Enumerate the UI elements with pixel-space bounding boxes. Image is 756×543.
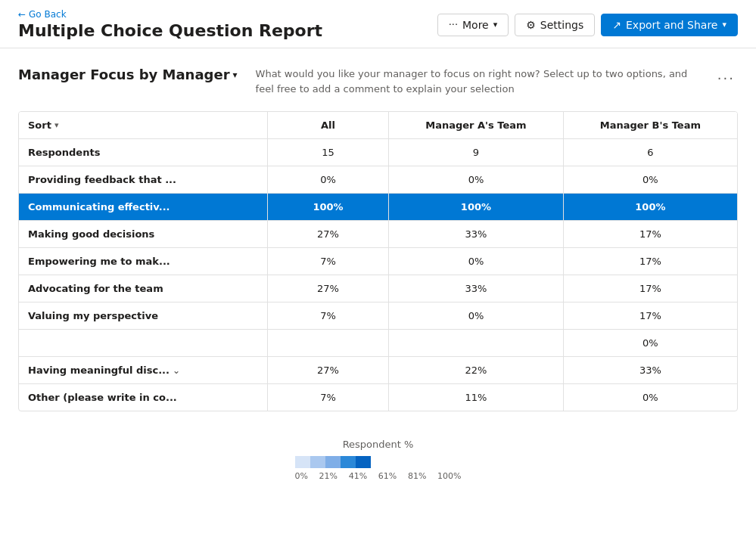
row-team-b-value: 0% xyxy=(563,384,737,411)
data-table: Sort ▾ All Manager A's Team Manager B's … xyxy=(19,112,737,411)
row-team-b-value: 6 xyxy=(563,139,737,166)
row-label: Respondents xyxy=(19,139,267,166)
table-row: Advocating for the team27%33%17% xyxy=(19,275,737,303)
row-label: Making good decisions xyxy=(19,221,267,248)
legend-segment xyxy=(356,456,371,468)
section-description: What would you like your manager to focu… xyxy=(256,67,696,96)
sort-label: Sort xyxy=(28,119,51,131)
table-row: Respondents1596 xyxy=(19,139,737,166)
legend-bar xyxy=(295,456,462,468)
row-all-value: 27% xyxy=(267,221,388,248)
legend-tick: 0% xyxy=(295,471,308,481)
header-left: ← Go Back Multiple Choice Question Repor… xyxy=(18,9,322,40)
more-label: More xyxy=(462,19,489,31)
row-team-b-value: 33% xyxy=(563,357,737,384)
row-team-b-value: 17% xyxy=(563,275,737,303)
settings-icon: ⚙ xyxy=(526,19,536,31)
row-label: Advocating for the team xyxy=(19,275,267,303)
row-all-value: 27% xyxy=(267,357,388,384)
row-label: Valuing my perspective xyxy=(19,303,267,330)
legend-bar-container xyxy=(295,456,462,468)
chevron-down-icon: ▾ xyxy=(722,20,726,29)
row-all-value: 7% xyxy=(267,303,388,330)
legend-ticks: 0%21%41%61%81%100% xyxy=(295,471,462,481)
row-team-a-value: 0% xyxy=(389,166,564,194)
chevron-down-icon: ▾ xyxy=(493,20,498,29)
back-label: Go Back xyxy=(29,9,67,20)
header: ← Go Back Multiple Choice Question Repor… xyxy=(0,0,756,48)
table-row: Making good decisions27%33%17% xyxy=(19,221,737,248)
row-team-a-value: 9 xyxy=(389,139,564,166)
section-title-caret-icon: ▾ xyxy=(233,70,238,80)
row-all-value: 27% xyxy=(267,275,388,303)
legend-segment xyxy=(325,456,341,468)
ghost-team-b-value: 0% xyxy=(563,330,737,357)
export-label: Export and Share xyxy=(626,19,717,31)
row-team-a-value: 33% xyxy=(389,221,564,248)
table-row: Other (please write in co...7%11%0% xyxy=(19,384,737,411)
row-team-a-value: 0% xyxy=(389,248,564,275)
section-title-text: Manager Focus by Manager xyxy=(18,67,230,82)
team-b-column-header: Manager B's Team xyxy=(563,112,737,139)
sort-column-header[interactable]: Sort ▾ xyxy=(19,112,267,139)
section-title-area: Manager Focus by Manager ▾ xyxy=(18,67,238,82)
section-more-button[interactable]: ... xyxy=(714,67,738,82)
ghost-label xyxy=(19,330,267,357)
row-team-b-value: 100% xyxy=(563,194,737,221)
legend-segment xyxy=(310,456,325,468)
row-all-value: 15 xyxy=(267,139,388,166)
table-row: Having meaningful disc...⌄27%22%33% xyxy=(19,357,737,384)
row-label[interactable]: Providing feedback that ... xyxy=(19,166,267,194)
legend-area: Respondent % 0%21%41%61%81%100% xyxy=(18,427,738,481)
legend-segment xyxy=(295,456,310,468)
row-label[interactable]: Communicating effectiv... xyxy=(19,194,267,221)
table-row: Valuing my perspective7%0%17% xyxy=(19,303,737,330)
page: ← Go Back Multiple Choice Question Repor… xyxy=(0,0,756,543)
table-row: Empowering me to mak...7%0%17% xyxy=(19,248,737,275)
settings-button[interactable]: ⚙ Settings xyxy=(515,14,595,36)
legend-tick: 100% xyxy=(437,471,461,481)
legend-tick: 81% xyxy=(408,471,426,481)
ghost-team-a-value xyxy=(389,330,564,357)
export-button[interactable]: ↗ Export and Share ▾ xyxy=(601,14,738,36)
row-label[interactable]: Empowering me to mak... xyxy=(19,248,267,275)
back-link[interactable]: ← Go Back xyxy=(18,9,322,20)
header-actions: ··· More ▾ ⚙ Settings ↗ Export and Share… xyxy=(437,14,738,36)
row-team-b-value: 17% xyxy=(563,248,737,275)
row-all-value: 7% xyxy=(267,248,388,275)
more-dots-icon: ··· xyxy=(449,19,458,30)
legend-tick: 41% xyxy=(349,471,367,481)
table-row: Communicating effectiv...100%100%100% xyxy=(19,194,737,221)
row-label[interactable]: Having meaningful disc...⌄ xyxy=(19,357,267,384)
expand-icon: ⌄ xyxy=(173,365,180,376)
legend-tick: 61% xyxy=(378,471,397,481)
sort-chevron-icon: ▾ xyxy=(54,120,59,130)
settings-label: Settings xyxy=(540,19,583,31)
row-team-a-value: 100% xyxy=(389,194,564,221)
back-arrow-icon: ← xyxy=(18,9,26,20)
team-a-column-header: Manager A's Team xyxy=(389,112,564,139)
label-with-expand[interactable]: Having meaningful disc...⌄ xyxy=(28,365,258,376)
table-header-row: Sort ▾ All Manager A's Team Manager B's … xyxy=(19,112,737,139)
row-all-value: 100% xyxy=(267,194,388,221)
section-title[interactable]: Manager Focus by Manager ▾ xyxy=(18,67,238,82)
row-label[interactable]: Other (please write in co... xyxy=(19,384,267,411)
row-all-value: 7% xyxy=(267,384,388,411)
legend-segment xyxy=(341,456,356,468)
more-button[interactable]: ··· More ▾ xyxy=(437,14,509,36)
label-text: Having meaningful disc... xyxy=(28,365,170,376)
ghost-all-value xyxy=(267,330,388,357)
page-title: Multiple Choice Question Report xyxy=(18,21,322,40)
content: Manager Focus by Manager ▾ What would yo… xyxy=(0,48,756,543)
row-team-a-value: 11% xyxy=(389,384,564,411)
row-team-b-value: 0% xyxy=(563,166,737,194)
table-container: Sort ▾ All Manager A's Team Manager B's … xyxy=(18,111,738,411)
table-row: Providing feedback that ...0%0%0% xyxy=(19,166,737,194)
legend-tick: 21% xyxy=(319,471,338,481)
legend-label: Respondent % xyxy=(343,439,414,450)
table-row-ghost: 0% xyxy=(19,330,737,357)
section-header: Manager Focus by Manager ▾ What would yo… xyxy=(18,67,738,96)
row-team-a-value: 0% xyxy=(389,303,564,330)
row-team-a-value: 22% xyxy=(389,357,564,384)
export-icon: ↗ xyxy=(612,19,621,31)
